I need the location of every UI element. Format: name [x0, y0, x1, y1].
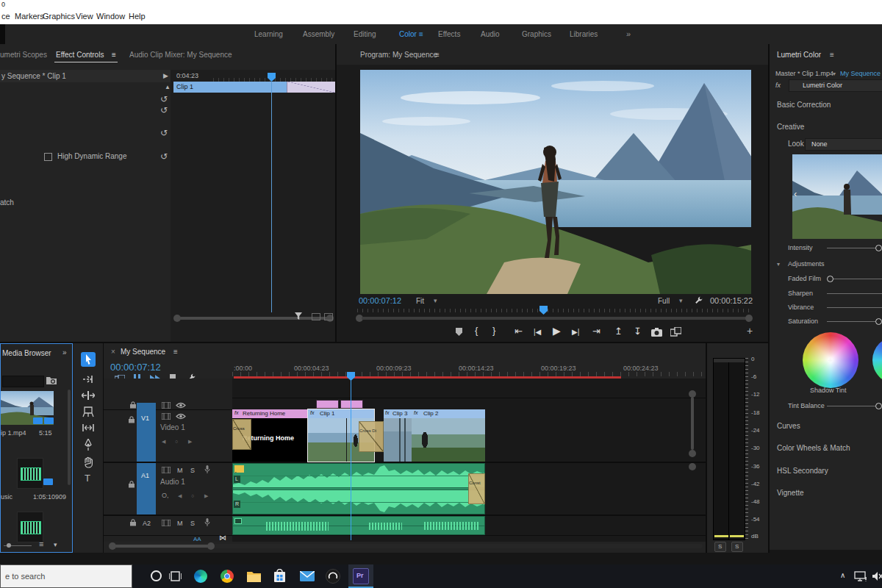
timeline-vscroll-bar[interactable]: [691, 397, 694, 450]
saturation-slider[interactable]: [827, 321, 882, 322]
track-overflow-aa[interactable]: AA: [193, 536, 201, 542]
tab-audio-clip-mixer[interactable]: Audio Clip Mixer: My Sequence: [129, 51, 232, 59]
v2-transition-clip[interactable]: Cross D: [316, 400, 339, 409]
program-scrubber-ticks[interactable]: [357, 309, 750, 312]
timeline-hscroll-bar[interactable]: [115, 545, 209, 548]
clip-2[interactable]: fx Clip 2: [412, 409, 485, 462]
v2-eye-icon[interactable]: [176, 402, 186, 409]
hand-tool[interactable]: [82, 456, 94, 468]
keyframe-toggle-icon[interactable]: [312, 313, 320, 320]
clip-3[interactable]: fx Clip 3: [384, 409, 412, 462]
v1-kf-prev-icon[interactable]: ◀: [162, 439, 165, 445]
timeline-panel-menu-icon[interactable]: ≡: [173, 348, 178, 356]
workspace-tab-libraries[interactable]: Libraries: [570, 30, 598, 38]
v1-eye-icon[interactable]: [176, 413, 186, 420]
wheel-crosshair[interactable]: +: [828, 356, 832, 365]
vibrance-slider[interactable]: [827, 307, 882, 308]
workspace-tab-learning[interactable]: Learning: [254, 30, 283, 38]
tab-effect-controls-active[interactable]: Effect Controls: [56, 51, 104, 59]
mini-clip-bar[interactable]: Clip 1: [173, 82, 287, 93]
play-button-icon[interactable]: ▶: [553, 325, 561, 337]
lift-icon[interactable]: ↥: [614, 326, 623, 337]
audio-clip-a2[interactable]: [232, 516, 485, 535]
v1-kf-add-icon[interactable]: ○: [175, 439, 178, 444]
section-hsl-secondary[interactable]: HSL Secondary: [777, 467, 828, 475]
a1-sync-lock-icon[interactable]: [162, 467, 171, 473]
a1-kf-prev-icon[interactable]: ◀: [178, 493, 182, 499]
highlight-tint-wheel[interactable]: [872, 337, 882, 384]
a1-source-patch[interactable]: A1: [137, 463, 156, 514]
keyframe-toggle-icon[interactable]: [324, 313, 333, 320]
a1-keyframe-type-icon[interactable]: O,: [162, 492, 169, 499]
step-back-icon[interactable]: |◀: [534, 328, 541, 336]
solo-left-button[interactable]: S: [714, 542, 726, 552]
intensity-slider-handle[interactable]: [875, 245, 882, 251]
timeline-playhead-line[interactable]: [351, 379, 351, 540]
video-badge-icon[interactable]: [33, 417, 43, 424]
menu-item-graphics[interactable]: Graphics: [43, 12, 75, 21]
a1-voiceover-mic-icon[interactable]: [204, 465, 210, 474]
track-video1-name[interactable]: Video 1: [160, 423, 185, 431]
track-audio1-name[interactable]: Audio 1: [160, 478, 185, 486]
intensity-slider[interactable]: [827, 248, 882, 248]
mark-out-icon[interactable]: }: [492, 325, 495, 336]
section-creative[interactable]: Creative: [777, 123, 804, 131]
settings-wrench-icon[interactable]: [694, 296, 703, 306]
step-forward-icon[interactable]: ▶|: [572, 328, 579, 336]
media-browser-tab[interactable]: Media Browser: [2, 349, 51, 357]
a2-mute-button[interactable]: M: [177, 520, 183, 527]
mini-playhead-line[interactable]: [271, 82, 272, 312]
filter-funnel-icon[interactable]: [294, 312, 303, 320]
reset-param-icon[interactable]: ↺: [160, 128, 168, 138]
premiere-taskbar-button-active[interactable]: Pr: [348, 564, 373, 588]
photos-icon[interactable]: [326, 569, 340, 584]
menu-item-help[interactable]: Help: [129, 12, 146, 21]
selection-tool[interactable]: [81, 352, 96, 367]
menu-item-window[interactable]: Window: [96, 12, 125, 21]
lumetri-tab[interactable]: Lumetri Color: [777, 51, 821, 59]
workspace-tab-menu-icon[interactable]: ≡: [419, 30, 423, 38]
tab-lumetri-scopes[interactable]: umetri Scopes: [0, 51, 47, 59]
go-to-out-icon[interactable]: ⇥: [592, 326, 600, 337]
tray-show-hidden-icon[interactable]: ∧: [840, 571, 845, 579]
program-panel-menu-icon[interactable]: ≡: [435, 51, 440, 59]
tray-network-display-icon[interactable]: [854, 571, 867, 581]
media-item-audio-name[interactable]: usic: [1, 493, 12, 501]
section-vignette[interactable]: Vignette: [777, 489, 804, 497]
sequence-link[interactable]: My Sequence: [840, 70, 881, 77]
v1-kf-next-icon[interactable]: ▶: [188, 439, 192, 445]
workspace-tab-audio[interactable]: Audio: [481, 30, 500, 38]
go-to-in-icon[interactable]: ⇤: [514, 326, 523, 337]
razor-tool[interactable]: [82, 406, 94, 417]
audio-badge-icon[interactable]: [43, 478, 53, 485]
menu-item-view[interactable]: View: [76, 12, 93, 21]
timeline-timecode[interactable]: 00:00:07:12: [110, 362, 161, 373]
track-a2-label[interactable]: A2: [143, 520, 151, 527]
a1-mute-button[interactable]: M: [177, 467, 183, 474]
tint-balance-slider-handle[interactable]: [875, 403, 882, 409]
tray-volume-muted-icon[interactable]: [872, 571, 882, 581]
timeline-vscroll-audio[interactable]: [689, 463, 696, 470]
v1-lock-icon[interactable]: [128, 416, 135, 423]
look-dropdown[interactable]: None: [805, 138, 882, 151]
timeline-hscroll-right[interactable]: [207, 542, 215, 550]
program-hscroll-right[interactable]: [745, 315, 753, 322]
look-preview-thumbnail[interactable]: [792, 154, 882, 239]
hscroll-bar[interactable]: [179, 317, 328, 320]
task-view-icon[interactable]: [169, 570, 182, 582]
a1-kf-add-icon[interactable]: ○: [191, 493, 194, 498]
button-editor-add-icon[interactable]: +: [747, 325, 753, 337]
master-clip-label[interactable]: Master * Clip 1.mp4: [775, 70, 833, 77]
taskbar-search-box[interactable]: e to search: [0, 564, 132, 588]
program-hscroll-bar[interactable]: [362, 317, 747, 320]
media-browser-more-tabs-icon[interactable]: »: [62, 348, 67, 356]
playback-quality-select[interactable]: Full: [658, 297, 670, 305]
transition-constant-power[interactable]: Const: [468, 473, 485, 504]
add-marker-icon[interactable]: [456, 328, 462, 336]
tint-balance-slider[interactable]: [827, 406, 882, 406]
saturation-slider-handle[interactable]: [875, 318, 882, 325]
chrome-icon[interactable]: [220, 570, 234, 583]
media-item-audio-thumbnail[interactable]: [17, 458, 43, 489]
solo-right-button[interactable]: S: [731, 542, 743, 552]
program-playhead[interactable]: [539, 306, 548, 315]
